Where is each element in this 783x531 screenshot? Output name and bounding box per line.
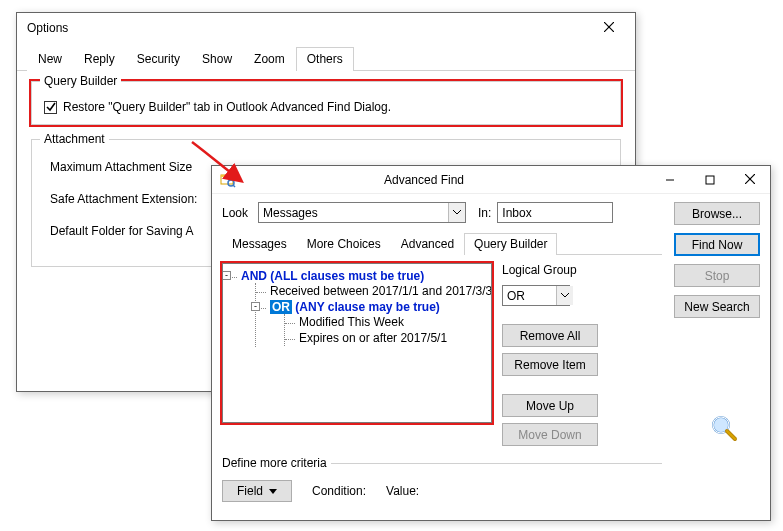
browse-label: Browse... xyxy=(692,207,742,221)
af-titlebar: Advanced Find xyxy=(212,166,770,194)
find-now-button[interactable]: Find Now xyxy=(674,233,760,256)
restore-qb-row: Restore "Query Builder" tab in Outlook A… xyxy=(44,100,608,114)
af-title: Advanced Find xyxy=(198,173,650,187)
condition-label: Condition: xyxy=(312,484,366,498)
tree-node-and[interactable]: - AND (ALL clauses must be true) Receive… xyxy=(227,268,487,348)
move-up-label: Move Up xyxy=(526,399,574,413)
look-value: Messages xyxy=(263,206,318,220)
or-op: OR xyxy=(270,300,292,314)
remove-all-button[interactable]: Remove All xyxy=(502,324,598,347)
magnifier-icon xyxy=(710,414,738,445)
move-up-button[interactable]: Move Up xyxy=(502,394,598,417)
collapse-icon[interactable]: - xyxy=(222,271,231,280)
tree-node-or[interactable]: - OR (ANY clause may be true) Modified T… xyxy=(256,299,487,347)
restore-qb-label: Restore "Query Builder" tab in Outlook A… xyxy=(63,100,391,114)
remove-item-label: Remove Item xyxy=(514,358,585,372)
af-right-column: Browse... Find Now Stop New Search xyxy=(674,202,760,318)
af-tabstrip: Messages More Choices Advanced Query Bui… xyxy=(222,231,662,255)
tab-reply[interactable]: Reply xyxy=(73,47,126,71)
field-dropdown-button[interactable]: Field xyxy=(222,480,292,502)
browse-button[interactable]: Browse... xyxy=(674,202,760,225)
af-body: Look Messages In: Inbox Browse... Find N… xyxy=(212,194,770,512)
options-title: Options xyxy=(27,21,589,35)
look-label: Look xyxy=(222,206,252,220)
af-maximize-button[interactable] xyxy=(690,167,730,193)
logical-group-label: Logical Group xyxy=(502,263,598,277)
logical-group-value: OR xyxy=(507,289,525,303)
advanced-find-window: Advanced Find Look Messages In: Inbox Br… xyxy=(211,165,771,521)
tab-zoom[interactable]: Zoom xyxy=(243,47,296,71)
and-op: AND xyxy=(241,269,267,283)
field-label: Field xyxy=(237,484,263,498)
attachment-legend: Attachment xyxy=(40,132,109,146)
tab-others[interactable]: Others xyxy=(296,47,354,71)
define-legend-row: Define more criteria xyxy=(222,456,662,470)
and-desc: (ALL clauses must be true) xyxy=(270,269,424,283)
move-down-button[interactable]: Move Down xyxy=(502,423,598,446)
tab-show[interactable]: Show xyxy=(191,47,243,71)
new-search-button[interactable]: New Search xyxy=(674,295,760,318)
tree-node-expires[interactable]: Expires on or after 2017/5/1 xyxy=(285,330,487,346)
define-more-label: Define more criteria xyxy=(222,456,327,470)
qb-side-column: Logical Group OR Remove All Remove Item … xyxy=(502,263,598,446)
or-desc: (ANY clause may be true) xyxy=(295,300,440,314)
af-tab-more-choices[interactable]: More Choices xyxy=(297,233,391,255)
tree-node-received[interactable]: Received between 2017/1/1 and 2017/3/31 xyxy=(256,283,487,299)
collapse-icon[interactable]: - xyxy=(251,302,260,311)
chevron-down-icon xyxy=(269,489,277,494)
logical-group-combo[interactable]: OR xyxy=(502,285,570,306)
query-builder-legend: Query Builder xyxy=(40,74,121,88)
tree-node-modified[interactable]: Modified This Week xyxy=(285,314,487,330)
define-criteria-row: Field Condition: Value: xyxy=(222,480,662,502)
remove-all-label: Remove All xyxy=(520,329,581,343)
query-builder-group: Query Builder Restore "Query Builder" ta… xyxy=(31,81,621,125)
af-close-button[interactable] xyxy=(730,167,770,193)
close-icon xyxy=(745,173,755,187)
new-search-label: New Search xyxy=(684,300,749,314)
svg-rect-7 xyxy=(706,176,714,184)
move-down-label: Move Down xyxy=(518,428,581,442)
options-close-button[interactable] xyxy=(589,15,629,41)
options-titlebar: Options xyxy=(17,13,635,43)
query-tree[interactable]: - AND (ALL clauses must be true) Receive… xyxy=(222,263,492,423)
stop-label: Stop xyxy=(705,269,730,283)
in-value: Inbox xyxy=(502,206,531,220)
expires-clause: Expires on or after 2017/5/1 xyxy=(299,331,447,345)
value-label: Value: xyxy=(386,484,419,498)
restore-qb-checkbox[interactable] xyxy=(44,101,57,114)
af-minimize-button[interactable] xyxy=(650,167,690,193)
look-combo[interactable]: Messages xyxy=(258,202,466,223)
af-tab-query-builder[interactable]: Query Builder xyxy=(464,233,557,255)
chevron-down-icon xyxy=(556,286,573,305)
options-tabstrip: New Reply Security Show Zoom Others xyxy=(17,45,635,71)
in-textbox[interactable]: Inbox xyxy=(497,202,613,223)
remove-item-button[interactable]: Remove Item xyxy=(502,353,598,376)
tab-security[interactable]: Security xyxy=(126,47,191,71)
tab-new[interactable]: New xyxy=(27,47,73,71)
close-icon xyxy=(604,21,614,35)
af-tab-advanced[interactable]: Advanced xyxy=(391,233,464,255)
divider xyxy=(331,463,662,464)
received-clause: Received between 2017/1/1 and 2017/3/31 xyxy=(270,284,492,298)
chevron-down-icon xyxy=(448,203,465,222)
af-tab-messages[interactable]: Messages xyxy=(222,233,297,255)
in-label: In: xyxy=(478,206,491,220)
find-now-label: Find Now xyxy=(692,238,743,252)
modified-clause: Modified This Week xyxy=(299,315,404,329)
stop-button[interactable]: Stop xyxy=(674,264,760,287)
